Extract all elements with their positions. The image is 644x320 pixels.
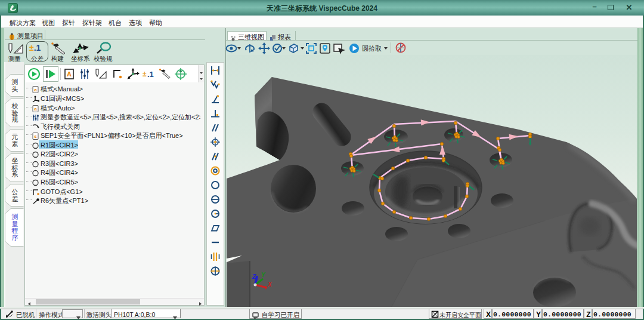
svg-text:±: ± bbox=[143, 70, 147, 78]
svg-text:Z: Z bbox=[252, 273, 256, 280]
svg-text:a: a bbox=[34, 106, 37, 112]
svg-text:.1: .1 bbox=[147, 70, 154, 79]
svg-text:s: s bbox=[34, 134, 37, 139]
svg-text:Y: Y bbox=[261, 272, 266, 278]
svg-text:X: X bbox=[267, 281, 273, 288]
svg-text:A: A bbox=[67, 70, 72, 78]
svg-text:a: a bbox=[34, 87, 37, 93]
